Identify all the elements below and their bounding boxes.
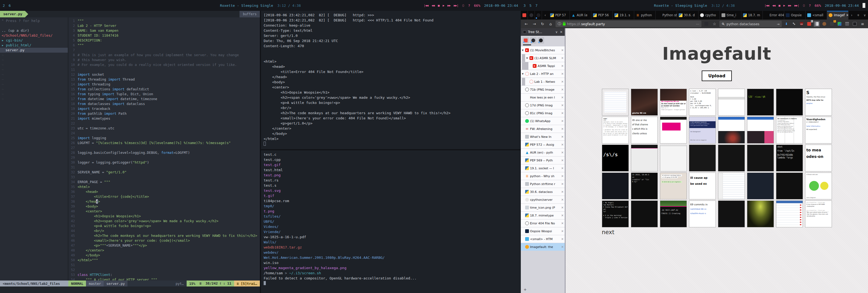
play-icon[interactable]: ▶ — [443, 4, 444, 7]
new-tab-icon[interactable]: + — [855, 11, 862, 20]
thumb-dark-navy[interactable] — [747, 173, 774, 199]
close-tab-icon[interactable]: ✕ — [561, 222, 564, 225]
sidebar-pinned-tab-red[interactable] — [522, 37, 529, 44]
tab-aur-e[interactable]: ▲AUR (e — [570, 11, 591, 20]
sidebar-tab--small-htm[interactable]: <small> - HTM✕ — [521, 235, 565, 243]
play-icon[interactable]: ▶ — [783, 4, 785, 7]
tab-30-6-d[interactable]: 30.6. d — [677, 11, 699, 20]
menu-icon[interactable]: ≡ — [859, 21, 866, 27]
stop-icon[interactable]: ■ — [778, 4, 780, 7]
thumb-browser-video[interactable] — [718, 117, 745, 144]
sidebar-tab-81c-png-imag[interactable]: 81c (PNG Imag✕ — [521, 109, 565, 117]
thumb-terminal-green[interactable]: lZE' rise='$R — [747, 89, 774, 116]
thumb-big-text[interactable]: to mea odes-on — [805, 145, 832, 172]
fast-forward-icon[interactable]: ▶▶ — [788, 4, 791, 7]
sidebar-tab-imagefault-the[interactable]: Imagefault: the✕ — [521, 243, 565, 251]
sidebar-toggle-icon[interactable] — [814, 21, 820, 27]
nerdtree-sidebar[interactable]: " Press ? for help .. (up a dir)</School… — [0, 17, 68, 281]
sidebar-tab-what-s-new-in[interactable]: What's New In✕ — [521, 133, 565, 141]
close-tab-icon[interactable]: ✕ — [561, 49, 564, 52]
forward-button[interactable]: → — [531, 21, 538, 27]
back-button[interactable]: ← — [523, 21, 529, 27]
thumb-terminal-2[interactable] — [718, 145, 745, 172]
sidebar-tab-cpython-server[interactable]: cpython/server✕ — [521, 196, 565, 203]
close-tab-icon[interactable]: ✕ — [561, 88, 564, 91]
thumb-magenta-ad[interactable] — [660, 117, 687, 144]
thumb-quote-text[interactable]: ill cause ap be used ex — [689, 173, 716, 199]
close-tab-icon[interactable]: ✕ — [561, 80, 564, 84]
greasemonkey-icon[interactable] — [822, 21, 827, 27]
sidebar-tab-pep-572-assig[interactable]: PEP 572 -- Assig✕ — [521, 141, 565, 148]
page-actions-icon[interactable]: ⋯ — [696, 22, 700, 26]
tree-item--cgi-bin-[interactable]: ▸ cgi-bin/ — [0, 38, 68, 43]
tab-time-i[interactable]: time_i — [720, 11, 741, 20]
thumb-terminal-5[interactable] — [718, 201, 745, 227]
shuffle-icon[interactable]: ? — [809, 3, 811, 8]
workspace-button[interactable]: 2 — [3, 3, 5, 8]
thumb-venn-diagram[interactable]: of those sets are: venn diagram — [805, 173, 832, 199]
skip-back-icon[interactable]: |◀◀ — [764, 4, 769, 7]
rewind-icon[interactable]: ◀◀ — [432, 4, 435, 7]
pinned-tab-spotify[interactable] — [535, 11, 542, 20]
tab-19-1-s[interactable]: 19.1. s — [613, 11, 634, 20]
thumb-rfc-text[interactable]: sagesYM56ngtarget> <text to be sent>d to… — [602, 117, 629, 144]
close-tab-icon[interactable]: ✕ — [561, 119, 564, 123]
list-all-tabs-icon[interactable]: ∨ — [862, 11, 868, 20]
workspace-button[interactable]: 5 — [529, 3, 532, 8]
sidebar-tab-lab-2-http-an[interactable]: ▼Lab 2 - HTTP an✕ — [521, 70, 565, 78]
tab-close-icon[interactable]: ✕ — [846, 13, 848, 17]
close-tab-icon[interactable]: ✕ — [561, 174, 564, 178]
twisty-icon[interactable]: ▼ — [526, 57, 528, 59]
close-tab-icon[interactable]: ✕ — [561, 64, 564, 68]
shuffle-icon[interactable]: ? — [468, 3, 470, 8]
thumb-code-editor[interactable] — [602, 173, 629, 199]
tab-python-str[interactable]: Python str — [656, 11, 677, 20]
close-tab-icon[interactable]: ✕ — [561, 245, 564, 249]
terminal-http-log[interactable]: [2018-09-06 23:42:21,082 82] [ DEBUG] ht… — [261, 11, 521, 149]
scroll-tabs-left-icon[interactable]: ‹ — [542, 11, 549, 20]
skip-forward-icon[interactable]: ▶▶| — [795, 4, 799, 7]
popout-ext-icon[interactable] — [852, 21, 858, 27]
thumb-glyph-matrix[interactable] — [776, 173, 803, 199]
tree-item--up-a-dir-[interactable]: .. (up a dir) — [0, 28, 68, 33]
thumb-terminal-quote[interactable]: 15 2018, 10:44:5uxcredits" or "licR S}" — [631, 173, 658, 199]
tree-item--school-nns-lab2-files-[interactable]: </School/NNS/lab2_files/ — [0, 33, 68, 38]
sidebar-tab-17d-png-imag[interactable]: 17d (PNG Imag✕ — [521, 101, 565, 109]
close-tab-icon[interactable]: ✕ — [561, 206, 564, 209]
sidebar-pinned-tab-spotify[interactable] — [538, 37, 544, 44]
sidebar-close-icon[interactable]: ✕ — [560, 30, 563, 34]
search-bar[interactable]: 🔍︎ python dataclasses → — [719, 21, 782, 27]
thumb-text-doc[interactable]: ith one or mo of that channe s which thi… — [631, 117, 658, 144]
tab-pep-56[interactable]: PEP 56 — [591, 11, 613, 20]
thumb-whatsapp-chat[interactable]: dt iedereen vandaag tijdense 1.10-gang 1… — [660, 173, 687, 199]
sidebar-tab-error-404-file-no[interactable]: Error 404 File No✕ — [521, 219, 565, 227]
close-tab-icon[interactable]: ✕ — [561, 190, 564, 194]
thumb-yapf-terminal[interactable]: .py main.yapf.py 739231 [] Creating — [660, 201, 687, 227]
close-tab-icon[interactable]: ✕ — [561, 135, 564, 139]
wrench-icon[interactable]: 🔧︎ — [791, 21, 797, 27]
thumb-light-window[interactable] — [660, 145, 687, 172]
workspace-button[interactable]: 7 — [535, 3, 538, 8]
thumb-student-table[interactable]: (B) Commissaris (C) Dijkstra14 studenten… — [776, 117, 803, 144]
thumb-glow-photo[interactable] — [747, 201, 774, 227]
close-tab-icon[interactable]: ✕ — [561, 182, 564, 186]
sidebar-tab-fw-afrekening[interactable]: ✉FW: Afrekening✕ — [521, 125, 565, 133]
close-tab-icon[interactable]: ✕ — [561, 167, 564, 170]
close-tab-icon[interactable]: ✕ — [561, 104, 564, 107]
tab-cpytho[interactable]: cpytho — [699, 11, 720, 20]
repeat-icon[interactable]: O — [462, 3, 464, 8]
sidebar-tab-hoe-lees-je-een-l[interactable]: Hoe lees je een l✕ — [521, 94, 565, 101]
sidebar-new-tab-button[interactable]: + — [521, 286, 565, 293]
sidebar-tab-asmr-tappi[interactable]: ▶ASMR Tappi✕ — [521, 62, 565, 70]
screenshot-ext-icon[interactable] — [703, 21, 710, 27]
thumb-terminal-4[interactable] — [631, 201, 658, 227]
close-tab-icon[interactable]: ✕ — [561, 237, 564, 241]
close-tab-icon[interactable]: ✕ — [561, 112, 564, 115]
tree-item-server-py[interactable]: server.py — [0, 48, 68, 53]
repeat-icon[interactable]: O — [803, 3, 805, 8]
reload-button[interactable]: ↻ — [539, 21, 546, 27]
image-ext-icon[interactable] — [837, 21, 842, 27]
thumb-wikipedia[interactable]: Sikipedia, the free encyc HETS may refer… — [805, 89, 832, 116]
twisty-icon[interactable]: ▼ — [522, 49, 524, 52]
thumb-skills-doc[interactable]: Vaardigheden2 | 50622AVI1Y helor Informa… — [805, 117, 832, 144]
